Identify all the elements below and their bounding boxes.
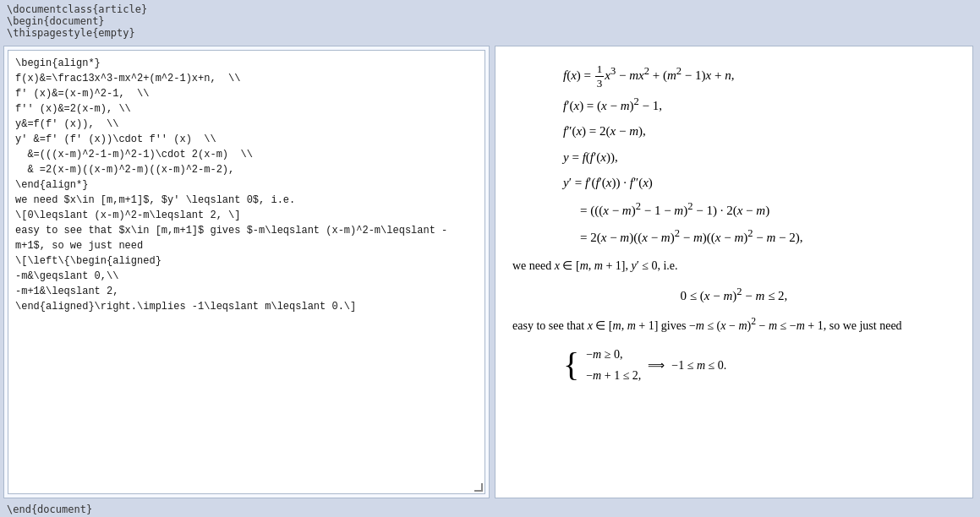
ineq-block-1: 0 ≤ (x − m)2 − m ≤ 2, xyxy=(512,282,955,307)
eq-yprime-2: = (((x − m)2 − 1 − m)2 − 1) · 2(x − m) xyxy=(580,197,955,223)
eq-fdprime: f″(x) = 2(x − m), xyxy=(563,119,955,144)
doc-class-line: \documentclass{article} xyxy=(7,3,973,15)
right-panel: f(x) = 13x3 − mx2 + (m2 − 1)x + n, f′(x)… xyxy=(495,46,973,498)
para-1: we need x ∈ [m, m + 1], y′ ≤ 0, i.e. xyxy=(512,257,955,275)
left-brace: { xyxy=(563,348,579,382)
sys-line-1: −m ≥ 0, xyxy=(586,344,641,365)
eq-y: y = f(f′(x)), xyxy=(563,145,955,170)
end-document-line: \end{document} xyxy=(7,503,92,515)
main-area: \begin{align*} f(x)&=\frac13x^3-mx^2+(m^… xyxy=(0,42,980,502)
code-content: \begin{align*} f(x)&=\frac13x^3-mx^2+(m^… xyxy=(15,57,447,313)
system-block: { −m ≥ 0, −m + 1 ≤ 2, ⟹ −1 ≤ m ≤ 0. xyxy=(563,344,726,386)
eq-yprime-3: = 2(x − m)((x − m)2 − m)((x − m)2 − m − … xyxy=(580,224,955,250)
implies-arrow: ⟹ xyxy=(648,355,665,376)
left-panel: \begin{align*} f(x)&=\frac13x^3-mx^2+(m^… xyxy=(3,46,490,498)
top-bar: \documentclass{article} \begin{document}… xyxy=(0,0,980,42)
resize-handle[interactable] xyxy=(474,483,483,492)
eq-f: f(x) = 13x3 − mx2 + (m2 − 1)x + n, xyxy=(563,62,955,90)
equation-block: f(x) = 13x3 − mx2 + (m2 − 1)x + n, f′(x)… xyxy=(563,62,955,250)
code-editor[interactable]: \begin{align*} f(x)&=\frac13x^3-mx^2+(m^… xyxy=(8,50,485,494)
system-lines: −m ≥ 0, −m + 1 ≤ 2, xyxy=(586,344,641,386)
begin-doc-line: \begin{document} xyxy=(7,15,973,27)
eq-fprime: f′(x) = (x − m)2 − 1, xyxy=(563,92,955,118)
para-2: easy to see that x ∈ [m, m + 1] gives −m… xyxy=(512,314,955,335)
pagestyle-line: \thispagestyle{empty} xyxy=(7,27,973,39)
result-text: −1 ≤ m ≤ 0. xyxy=(671,355,726,376)
sys-line-2: −m + 1 ≤ 2, xyxy=(586,365,641,386)
fraction-13: 13 xyxy=(595,63,605,90)
eq-yprime-1: y′ = f′(f′(x)) · f″(x) xyxy=(563,171,955,195)
bottom-bar: \end{document} xyxy=(0,502,980,517)
